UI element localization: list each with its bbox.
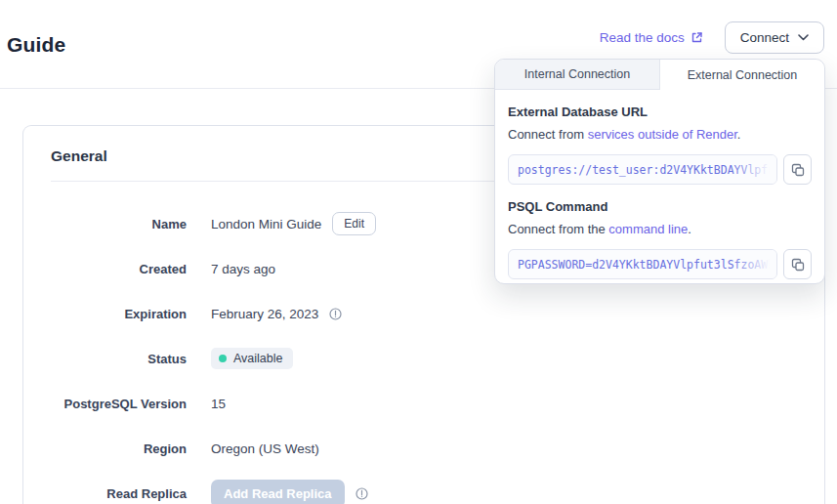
page-title: Guide — [7, 33, 66, 57]
services-outside-render-link[interactable]: services outside of Render — [588, 127, 737, 142]
text-fade-overlay — [732, 155, 776, 184]
row-expiration: Expiration February 26, 2023 — [51, 291, 797, 336]
desc-text: Connect from — [508, 127, 588, 142]
row-label: Region — [51, 441, 187, 456]
copy-icon — [791, 258, 805, 272]
connect-popover: Internal Connection External Connection … — [494, 59, 825, 284]
copy-psql-command-button[interactable] — [783, 249, 812, 279]
connection-tabs: Internal Connection External Connection — [495, 60, 824, 90]
info-icon[interactable] — [329, 308, 342, 320]
row-status: Status Available — [51, 336, 797, 381]
external-database-url-desc: Connect from services outside of Render. — [508, 127, 812, 142]
database-page: Guide Read the docs Connect General — [0, 0, 837, 504]
text-fade-overlay — [732, 250, 776, 278]
row-label: Read Replica — [51, 486, 187, 501]
row-region: Region Oregon (US West) — [51, 426, 797, 471]
popover-body: External Database URL Connect from servi… — [495, 90, 824, 279]
read-the-docs-link[interactable]: Read the docs — [600, 30, 703, 45]
row-label: Expiration — [51, 307, 187, 321]
postgresql-version-value: 15 — [211, 397, 226, 411]
desc-text: . — [737, 127, 741, 142]
add-read-replica-button[interactable]: Add Read Replica — [211, 480, 345, 504]
row-label: Created — [51, 262, 187, 276]
copy-icon — [791, 163, 805, 177]
desc-text: . — [688, 222, 691, 236]
row-label: Status — [51, 352, 187, 366]
psql-command-desc: Connect from the command line. — [508, 222, 812, 236]
tab-external-connection[interactable]: External Connection — [660, 60, 824, 90]
database-name-value: London Mini Guide — [211, 217, 321, 231]
expiration-value: February 26, 2023 — [211, 307, 318, 321]
external-link-icon — [691, 31, 703, 44]
row-label: Name — [51, 217, 187, 231]
chevron-down-icon — [798, 34, 809, 41]
status-badge: Available — [211, 348, 293, 369]
command-line-link[interactable]: command line — [608, 222, 688, 236]
header-actions: Read the docs Connect — [600, 21, 824, 54]
tab-internal-connection[interactable]: Internal Connection — [495, 60, 660, 90]
row-label: PostgreSQL Version — [51, 397, 187, 411]
connect-button[interactable]: Connect — [725, 21, 824, 54]
external-database-url-heading: External Database URL — [508, 105, 812, 119]
psql-command-field[interactable]: PGPASSWORD=d2V4YKktBDAYVlpfut3lSfzoAWhwb… — [508, 249, 777, 279]
copy-external-url-button[interactable] — [783, 154, 812, 185]
psql-command-heading: PSQL Command — [508, 199, 812, 214]
row-read-replica: Read Replica Add Read Replica — [51, 471, 797, 504]
connect-button-label: Connect — [740, 30, 789, 45]
external-database-url-field[interactable]: postgres://test_user:d2V4YKktBDAYVlpfut3… — [508, 154, 777, 185]
region-value: Oregon (US West) — [211, 441, 319, 456]
created-value: 7 days ago — [211, 262, 275, 276]
status-dot-icon — [219, 355, 227, 362]
status-badge-label: Available — [233, 352, 283, 365]
info-icon[interactable] — [356, 487, 368, 500]
row-postgresql-version: PostgreSQL Version 15 — [51, 381, 797, 426]
edit-name-button[interactable]: Edit — [332, 212, 376, 235]
desc-text: Connect from the — [508, 222, 608, 236]
docs-link-label: Read the docs — [600, 30, 685, 45]
